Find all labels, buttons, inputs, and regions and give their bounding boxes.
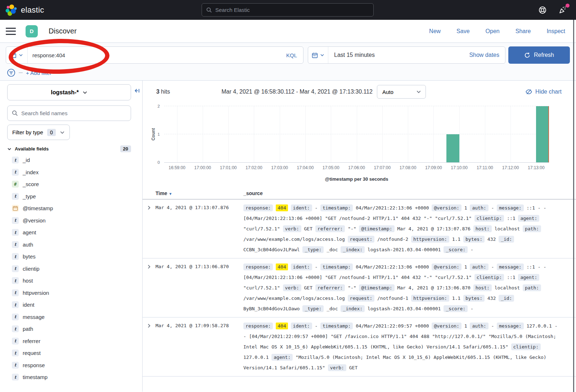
help-icon[interactable]: [538, 5, 547, 15]
header-action-open[interactable]: Open: [486, 28, 500, 35]
field-type-string-icon: t: [12, 253, 19, 260]
filter-by-type-select[interactable]: Filter by type 0: [7, 125, 70, 140]
discover-main: 3 hits Mar 4, 2021 @ 16:58:30.112 - Mar …: [143, 81, 576, 392]
field-item-agent[interactable]: tagent: [7, 226, 131, 239]
histogram-bar[interactable]: [536, 106, 549, 162]
histogram-bar[interactable]: [446, 134, 459, 162]
global-search[interactable]: [202, 3, 374, 17]
header-action-save[interactable]: Save: [456, 28, 469, 35]
field-pill: agent:: [518, 274, 539, 281]
filter-menu-icon[interactable]: [7, 68, 15, 77]
field-name: _index: [23, 169, 39, 175]
field-value: ByBN_3cB04dGovJLOawo: [243, 306, 300, 311]
field-pill: message:: [497, 204, 524, 211]
field-value: -: [491, 264, 494, 270]
field-item-message[interactable]: tmessage: [7, 311, 131, 323]
field-value: 127.0.0.1: [243, 355, 269, 360]
x-tick: 17:12:00: [502, 165, 519, 170]
x-tick: 17:11:00: [477, 165, 493, 170]
field-type-string-icon: t: [12, 229, 19, 236]
interval-select[interactable]: Auto: [377, 85, 426, 99]
field-item-timestamp[interactable]: ttimestamp: [7, 371, 131, 383]
page-title: Discover: [49, 27, 77, 35]
field-item-clientip[interactable]: tclientip: [7, 263, 131, 275]
header-action-new[interactable]: New: [429, 28, 441, 35]
brand-name: elastic: [21, 5, 44, 15]
filter-divider: [19, 72, 23, 73]
highlighted-value: 404: [276, 323, 288, 329]
field-item-httpversion[interactable]: thttpversion: [7, 287, 131, 299]
query-language-badge[interactable]: KQL: [280, 52, 303, 58]
chevron-down-icon: [60, 130, 65, 135]
field-item-path[interactable]: tpath: [7, 323, 131, 335]
field-pill: path:: [523, 225, 541, 232]
hide-chart-button[interactable]: Hide chart: [526, 89, 562, 95]
expand-row-icon[interactable]: [143, 321, 156, 373]
filter-by-type-label: Filter by type: [12, 129, 43, 135]
show-dates-button[interactable]: Show dates: [469, 52, 505, 58]
elastic-logo[interactable]: elastic: [5, 4, 44, 16]
field-search[interactable]: [7, 105, 131, 121]
field-item-bytes[interactable]: tbytes: [7, 251, 131, 263]
query-input[interactable]: [28, 52, 280, 58]
menu-icon[interactable]: [6, 28, 16, 35]
discover-app-badge[interactable]: D: [26, 25, 38, 37]
header-action-share[interactable]: Share: [516, 28, 531, 35]
saved-query-menu-button[interactable]: [6, 47, 28, 63]
field-item-referrer[interactable]: treferrer: [7, 335, 131, 347]
field-type-string-icon: t: [12, 289, 19, 296]
x-tick: 17:10:00: [451, 165, 468, 170]
field-item-_type[interactable]: t_type: [7, 190, 131, 203]
index-pattern-select[interactable]: logstash-*: [7, 84, 131, 100]
newsfeed-icon[interactable]: [558, 5, 567, 15]
calendar-menu-button[interactable]: [308, 47, 328, 63]
field-value: GET: [304, 226, 312, 231]
field-item-_index[interactable]: t_index: [7, 166, 131, 179]
field-name: referrer: [23, 338, 40, 344]
field-item-@timestamp[interactable]: @timestamp: [7, 202, 131, 215]
field-value: 04/Mar/2021:22:13:06 +0000: [356, 264, 429, 270]
field-pill: message:: [497, 263, 524, 270]
field-item-ident[interactable]: tident: [7, 299, 131, 311]
field-item-auth[interactable]: tauth: [7, 239, 131, 251]
saved-query-icon: [10, 52, 17, 58]
time-range-display[interactable]: Last 15 minutes: [328, 52, 375, 58]
field-item-@version[interactable]: t@version: [7, 215, 131, 227]
global-search-input[interactable]: [215, 7, 369, 13]
add-filter-button[interactable]: + Add filter: [26, 70, 51, 76]
field-item-_id[interactable]: t_id: [7, 154, 131, 166]
documents-table: Time▼ _source Mar 4, 2021 @ 17:13:07.876…: [143, 188, 576, 377]
expand-row-icon[interactable]: [143, 203, 156, 255]
field-type-string-icon: t: [12, 277, 19, 284]
field-item-request[interactable]: trequest: [7, 347, 131, 359]
date-picker: Last 15 minutes Show dates: [308, 46, 505, 64]
field-value: Mar 4, 2021 @ 17:13:06.870: [397, 285, 471, 290]
field-value: "curl/7.52.1": [243, 226, 280, 231]
field-search-input[interactable]: [21, 110, 126, 116]
available-fields-header[interactable]: Available fields 20: [7, 145, 131, 152]
field-name: response: [23, 362, 45, 368]
field-value: -: [491, 323, 494, 329]
field-item-host[interactable]: thost: [7, 275, 131, 287]
field-value: _doc: [327, 306, 338, 311]
query-section: KQL Last 15 minutes Show dates: [0, 43, 576, 81]
elastic-logo-icon: [5, 4, 17, 16]
field-name: bytes: [23, 253, 36, 260]
hits-count: 3 hits: [156, 89, 170, 95]
collapse-sidebar-icon[interactable]: [134, 87, 140, 95]
scrollbar[interactable]: [573, 20, 574, 392]
histogram-chart[interactable]: Count 012: [164, 106, 549, 163]
x-tick: 17:04:00: [297, 165, 314, 170]
expand-row-icon[interactable]: [143, 262, 156, 314]
field-value: /var/www/example.com/logs/access.log: [243, 296, 345, 301]
field-value: Mar 4, 2021 @ 17:13:07.876: [397, 226, 471, 231]
global-navbar: elastic: [0, 0, 576, 20]
column-time[interactable]: Time▼: [156, 190, 243, 196]
header-action-inspect[interactable]: Inspect: [546, 28, 565, 35]
row-source: response: 404 ident: - timestamp: 04/Mar…: [243, 203, 562, 255]
field-pill: @version:: [432, 204, 461, 211]
field-item-_score[interactable]: #_score: [7, 178, 131, 190]
field-item-response[interactable]: tresponse: [7, 359, 131, 371]
refresh-button[interactable]: Refresh: [508, 46, 570, 64]
field-pill: _type:: [302, 246, 324, 253]
